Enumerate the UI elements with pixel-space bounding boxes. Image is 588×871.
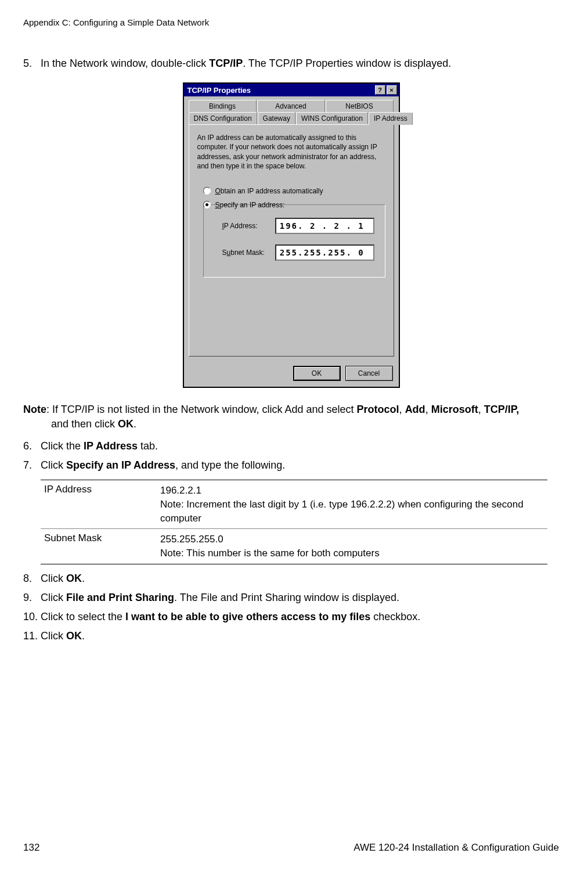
step-11: 11. Click OK. <box>23 629 559 643</box>
text: , <box>425 404 431 415</box>
ip-settings-table: IP Address 196.2.2.1Note: Increment the … <box>41 480 547 564</box>
tab-wins[interactable]: WINS Configuration <box>296 112 368 124</box>
bold: OK <box>118 418 134 430</box>
text: . <box>82 573 85 584</box>
step-5: 5. In the Network window, double-click T… <box>23 56 559 71</box>
bold: OK <box>66 573 82 584</box>
close-button[interactable]: × <box>387 85 397 95</box>
text: Click the <box>41 440 84 452</box>
step-text: In the Network window, double-click TCP/… <box>41 56 559 71</box>
step-text: Click File and Print Sharing. The File a… <box>41 591 559 605</box>
bold: Add <box>405 404 425 415</box>
text: checkbox. <box>370 611 420 622</box>
dialog-buttons: OK Cancel <box>184 361 399 387</box>
step-7: 7. Click Specify an IP Address, and type… <box>23 458 559 473</box>
text: , and type the following. <box>175 459 285 471</box>
tab-bindings[interactable]: Bindings <box>189 100 257 112</box>
text: . <box>134 418 136 430</box>
step-text: Click OK. <box>41 571 559 586</box>
step-number: 6. <box>23 439 41 454</box>
text: and then click <box>51 418 118 430</box>
ok-button[interactable]: OK <box>293 366 341 381</box>
radio-obtain[interactable]: Obtain an IP address automatically <box>203 187 385 195</box>
tab-advanced[interactable]: Advanced <box>257 100 325 112</box>
text: Click <box>41 459 66 471</box>
page-number: 132 <box>23 842 39 854</box>
text: . The File and Print Sharing window is d… <box>174 592 399 603</box>
step-text: Click Specify an IP Address, and type th… <box>41 458 559 473</box>
bold-tcpip: TCP/IP <box>209 57 243 69</box>
tcpip-properties-dialog: TCP/IP Properties ? × Bindings Advanced … <box>183 82 400 388</box>
cancel-button[interactable]: Cancel <box>345 366 393 381</box>
dialog-titlebar: TCP/IP Properties ? × <box>184 84 399 96</box>
step-number: 11. <box>23 629 41 643</box>
bold: OK <box>66 630 82 642</box>
ip-address-input[interactable]: 196. 2 . 2 . 1 <box>275 218 374 234</box>
text: Click <box>41 630 66 642</box>
bold: File and Print Sharing <box>66 592 174 603</box>
page-footer: 132 AWE 120-24 Installation & Configurat… <box>23 842 559 854</box>
subnet-mask-input[interactable]: 255.255.255. 0 <box>275 244 374 261</box>
step-6: 6. Click the IP Address tab. <box>23 439 559 454</box>
bold: I want to be able to give others access … <box>125 611 370 622</box>
radio-group: Obtain an IP address automatically Speci… <box>203 187 385 278</box>
table-value: 255.255.255.0Note: This number is the sa… <box>160 532 544 560</box>
text: , <box>399 404 405 415</box>
step-number: 10. <box>23 610 41 624</box>
info-text: An IP address can be automatically assig… <box>197 133 385 171</box>
text: Click <box>41 592 66 603</box>
ip-address-label: IP Address: <box>222 222 275 230</box>
text: Click <box>41 573 66 584</box>
bold: Protocol <box>357 404 399 415</box>
bold: IP Address <box>84 440 138 452</box>
step-9: 9. Click File and Print Sharing. The Fil… <box>23 591 559 605</box>
subnet-mask-label: Subnet Mask: <box>222 249 275 257</box>
tabs-area: Bindings Advanced NetBIOS DNS Configurat… <box>184 96 399 361</box>
text: In the Network window, double-click <box>41 57 209 69</box>
tab-row-1: Bindings Advanced NetBIOS <box>189 100 394 112</box>
step-text: Click the IP Address tab. <box>41 439 559 454</box>
bold: Specify an IP Address <box>66 459 175 471</box>
step-text: Click OK. <box>41 629 559 643</box>
ip-address-row: IP Address: 196. 2 . 2 . 1 <box>222 218 374 234</box>
note-block: Note: If TCP/IP is not listed in the Net… <box>23 402 559 431</box>
radio-dot-icon <box>205 203 208 206</box>
step-number: 8. <box>23 571 41 586</box>
radio-label: Obtain an IP address automatically <box>215 187 323 195</box>
radio-icon <box>203 201 211 208</box>
document-title: AWE 120-24 Installation & Configuration … <box>353 842 559 854</box>
step-number: 9. <box>23 591 41 605</box>
subnet-mask-row: Subnet Mask: 255.255.255. 0 <box>222 244 374 261</box>
tab-dns[interactable]: DNS Configuration <box>189 112 257 124</box>
step-10: 10. Click to select the I want to be abl… <box>23 610 559 624</box>
tab-gateway[interactable]: Gateway <box>258 112 295 124</box>
radio-icon <box>203 187 211 195</box>
step-number: 5. <box>23 56 41 71</box>
note-body: Note: If TCP/IP is not listed in the Net… <box>23 402 519 431</box>
text: , <box>478 404 484 415</box>
page-header: Appendix C: Configuring a Simple Data Ne… <box>23 17 559 27</box>
table-key: IP Address <box>44 484 160 525</box>
tab-content: An IP address can be automatically assig… <box>189 124 394 357</box>
table-key: Subnet Mask <box>44 532 160 560</box>
radio-label: Specify an IP address: <box>215 201 285 209</box>
ip-fieldset: IP Address: 196. 2 . 2 . 1 Subnet Mask: … <box>203 204 385 278</box>
bold: TCP/IP, <box>484 404 520 415</box>
text: . The TCP/IP Properties window is displa… <box>243 57 451 69</box>
text: : If TCP/IP is not listed in the Network… <box>46 404 357 415</box>
tab-ipaddress[interactable]: IP Address <box>369 112 413 125</box>
tab-netbios[interactable]: NetBIOS <box>326 100 394 112</box>
table-value: 196.2.2.1Note: Increment the last digit … <box>160 484 544 525</box>
note-label: Note <box>23 404 46 415</box>
dialog-figure: TCP/IP Properties ? × Bindings Advanced … <box>23 82 559 388</box>
text: tab. <box>138 440 158 452</box>
note-cont: and then click OK. <box>23 417 136 431</box>
step-number: 7. <box>23 458 41 473</box>
table-row: IP Address 196.2.2.1Note: Increment the … <box>41 480 547 529</box>
table-row: Subnet Mask 255.255.255.0Note: This numb… <box>41 529 547 564</box>
text: . <box>82 630 85 642</box>
help-button[interactable]: ? <box>375 85 385 95</box>
tab-row-2: DNS Configuration Gateway WINS Configura… <box>189 112 394 124</box>
dialog-title: TCP/IP Properties <box>187 86 374 95</box>
step-8: 8. Click OK. <box>23 571 559 586</box>
